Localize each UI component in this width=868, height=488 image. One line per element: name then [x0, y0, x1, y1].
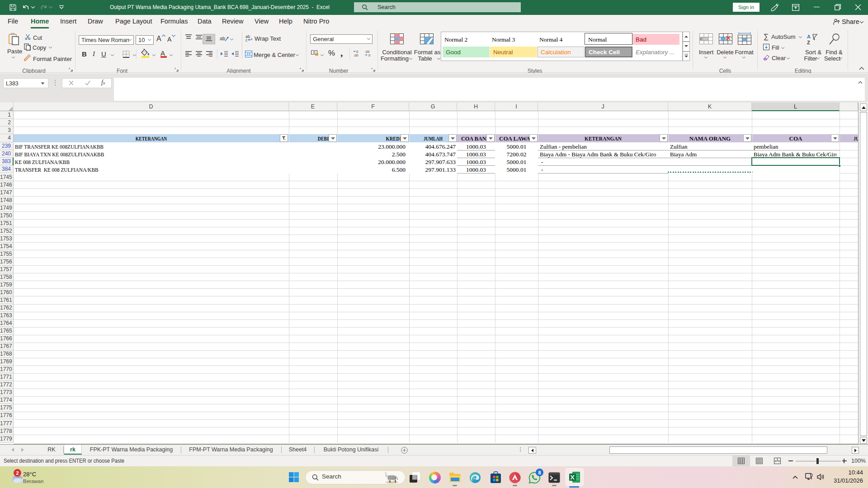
svg-text:c: c: [245, 38, 248, 42]
svg-text:A: A: [807, 34, 811, 39]
svg-text:Z: Z: [807, 40, 810, 45]
svg-text:.00: .00: [354, 53, 358, 57]
svg-text:0: 0: [368, 53, 370, 57]
svg-text:ab: ab: [220, 36, 225, 41]
